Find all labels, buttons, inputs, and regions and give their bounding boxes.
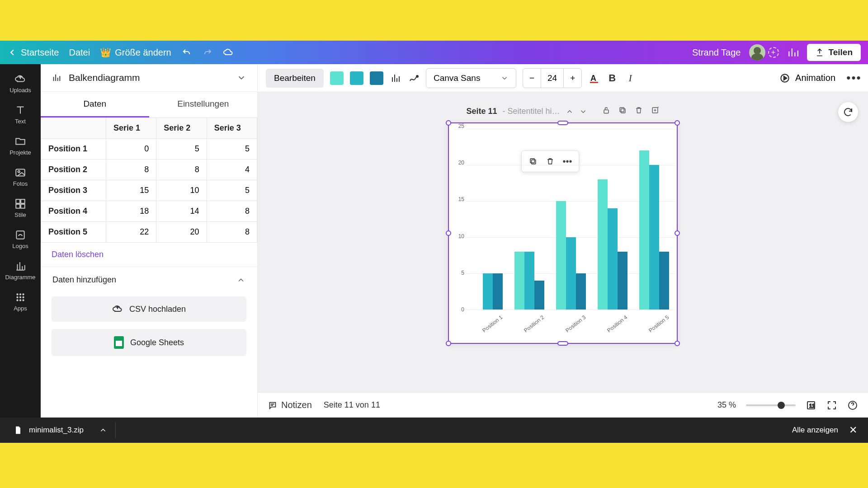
grid-view-icon[interactable]: 11 [806, 400, 816, 411]
data-cell[interactable]: 18 [106, 201, 156, 222]
edit-button[interactable]: Bearbeiten [266, 69, 324, 88]
resize-handle[interactable] [446, 341, 451, 346]
data-cell[interactable]: 8 [207, 222, 257, 243]
row-label[interactable]: Position 2 [41, 160, 106, 180]
undo-button[interactable] [181, 47, 192, 58]
canvas-area[interactable]: Seite 11 - Seitentitel hi… [258, 92, 868, 392]
file-menu-button[interactable]: Datei [69, 47, 90, 58]
data-cell[interactable]: 4 [207, 160, 257, 180]
nav-styles[interactable]: Stile [0, 193, 41, 223]
table-header[interactable]: Serie 3 [207, 118, 257, 139]
chart-element[interactable]: ••• 2520151050 Position 1Position 2Posit… [448, 122, 678, 344]
chart-bar[interactable] [618, 252, 627, 310]
more-options-button[interactable]: ••• [848, 72, 860, 84]
duplicate-page-icon[interactable] [618, 106, 627, 117]
data-cell[interactable]: 22 [106, 222, 156, 243]
color-swatch-1[interactable] [330, 71, 344, 85]
italic-button[interactable]: I [624, 72, 636, 84]
data-cell[interactable]: 10 [156, 180, 207, 201]
resize-button[interactable]: 👑 Größe ändern [100, 47, 171, 58]
data-cell[interactable]: 8 [106, 160, 156, 180]
chart-bar[interactable] [556, 201, 566, 310]
chart-bar[interactable] [608, 208, 618, 310]
text-color-button[interactable]: A [588, 72, 600, 84]
chart-bar[interactable] [524, 252, 534, 310]
fullscreen-icon[interactable] [826, 400, 837, 411]
notes-button[interactable]: Notizen [268, 400, 312, 410]
nav-photos[interactable]: Fotos [0, 162, 41, 192]
chart-bar[interactable] [639, 150, 649, 310]
nav-logos[interactable]: Logos [0, 225, 41, 254]
data-cell[interactable]: 5 [156, 139, 207, 160]
animation-button[interactable]: Animation [779, 72, 835, 84]
table-header[interactable] [41, 118, 106, 139]
google-sheets-button[interactable]: Google Sheets [52, 329, 246, 356]
avatar[interactable] [749, 44, 765, 61]
chart-bar[interactable] [534, 281, 544, 310]
zoom-level[interactable]: 35 % [717, 400, 736, 410]
data-cell[interactable]: 8 [156, 160, 207, 180]
close-downloads-icon[interactable]: ✕ [849, 424, 857, 436]
data-cell[interactable]: 0 [106, 139, 156, 160]
cloud-sync-icon[interactable] [223, 47, 234, 58]
chart-bar[interactable] [649, 165, 659, 310]
add-data-section-header[interactable]: Daten hinzufügen [41, 267, 257, 293]
chart-bar[interactable] [566, 237, 576, 310]
chevron-up-icon[interactable] [566, 108, 574, 116]
redo-button[interactable] [202, 47, 213, 58]
project-title[interactable]: Strand Tage [692, 47, 741, 58]
tab-settings[interactable]: Einstellungen [149, 92, 258, 117]
table-header[interactable]: Serie 2 [156, 118, 207, 139]
nav-uploads[interactable]: Uploads [0, 69, 41, 98]
resize-handle[interactable] [557, 341, 568, 346]
chart-type-selector[interactable]: Balkendiagramm [41, 64, 257, 92]
smooth-line-icon[interactable] [408, 72, 420, 84]
zoom-slider[interactable] [746, 404, 796, 406]
nav-projects[interactable]: Projekte [0, 131, 41, 160]
color-swatch-3[interactable] [370, 71, 383, 85]
bold-button[interactable]: B [606, 72, 618, 84]
nav-apps[interactable]: Apps [0, 287, 41, 316]
font-size-decrease[interactable]: − [523, 69, 541, 88]
font-size-increase[interactable]: + [564, 69, 581, 88]
nav-charts[interactable]: Diagramme [0, 256, 41, 285]
share-button[interactable]: Teilen [807, 44, 861, 61]
chart-bar[interactable] [483, 273, 493, 310]
tab-data[interactable]: Daten [41, 92, 149, 117]
row-label[interactable]: Position 3 [41, 180, 106, 201]
resize-handle[interactable] [557, 121, 568, 125]
resize-handle[interactable] [446, 230, 451, 236]
data-cell[interactable]: 5 [207, 139, 257, 160]
slider-thumb[interactable] [778, 402, 785, 409]
chart-settings-icon[interactable] [390, 72, 401, 84]
data-cell[interactable]: 5 [207, 180, 257, 201]
chevron-up-icon[interactable] [99, 426, 107, 434]
font-family-select[interactable]: Canva Sans [426, 68, 516, 88]
chart-bar[interactable] [576, 273, 586, 310]
data-cell[interactable]: 20 [156, 222, 207, 243]
data-cell[interactable]: 14 [156, 201, 207, 222]
nav-text[interactable]: Text [0, 100, 41, 129]
clear-data-button[interactable]: Daten löschen [41, 243, 257, 267]
row-label[interactable]: Position 5 [41, 222, 106, 243]
download-item[interactable]: minimalist_3.zip [11, 422, 116, 438]
refresh-button[interactable] [838, 102, 858, 122]
chevron-down-icon[interactable] [579, 108, 587, 116]
chart-bar[interactable] [514, 252, 524, 310]
resize-handle[interactable] [675, 120, 680, 126]
row-label[interactable]: Position 1 [41, 139, 106, 160]
lock-page-icon[interactable] [602, 106, 611, 117]
chart-bar[interactable] [598, 179, 608, 310]
chart-bar[interactable] [659, 252, 669, 310]
resize-handle[interactable] [675, 341, 680, 346]
row-label[interactable]: Position 4 [41, 201, 106, 222]
data-cell[interactable]: 8 [207, 201, 257, 222]
add-page-icon[interactable] [651, 106, 660, 117]
help-icon[interactable] [847, 400, 858, 411]
table-header[interactable]: Serie 1 [106, 118, 156, 139]
add-member-button[interactable]: + [768, 47, 779, 58]
back-home-button[interactable]: Startseite [7, 47, 59, 58]
resize-handle[interactable] [446, 120, 451, 126]
page-title-placeholder[interactable]: - Seitentitel hi… [502, 107, 560, 116]
chart-bar[interactable] [493, 273, 503, 310]
